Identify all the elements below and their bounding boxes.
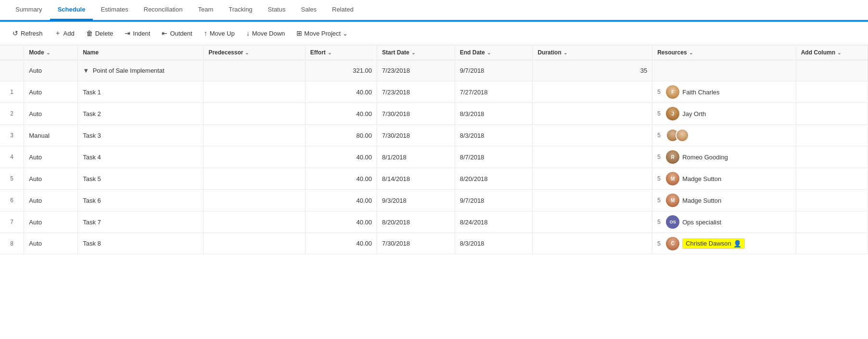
row-7-startdate: 8/20/2018 [377,211,455,233]
avatar-madge: M [666,172,679,185]
row-4-name: Task 4 [78,146,204,168]
row-2-startdate: 7/30/2018 [377,103,455,125]
row-2-predecessor [204,103,305,125]
row-1-resources: 5 F Faith Charles [652,81,796,103]
move-down-button[interactable]: ↓ Move Down [242,27,290,39]
row-8-resources[interactable]: 5 C Christie Dawson 👤 [652,233,796,254]
move-down-icon: ↓ [246,29,250,37]
col-header-enddate[interactable]: End Date ⌄ [455,45,533,60]
tab-estimates[interactable]: Estimates [93,0,136,20]
row-5-addcol [796,168,868,190]
row-8-startdate: 7/30/2018 [377,233,455,254]
parent-mode: Auto [24,60,78,81]
table-row-7[interactable]: 7 Auto Task 7 40.00 8/20/2018 8/24/2018 … [0,211,868,233]
row-8-enddate: 8/3/2018 [455,233,533,254]
table-row-parent[interactable]: Auto ▼ Point of Sale Implementat 321.00 … [0,60,868,81]
row-3-num: 3 [0,125,24,146]
row-6-resources: 5 M Madge Sutton [652,190,796,211]
tab-status[interactable]: Status [260,0,294,20]
tab-tracking[interactable]: Tracking [221,0,260,20]
outdent-button[interactable]: ⇤ Outdent [157,27,197,39]
delete-button[interactable]: 🗑 Delete [81,27,118,39]
row-6-name: Task 6 [78,190,204,211]
col-header-effort[interactable]: Effort ⌄ [305,45,377,60]
table-row-4[interactable]: 4 Auto Task 4 40.00 8/1/2018 8/7/2018 5 … [0,146,868,168]
table-row-1[interactable]: 1 Auto Task 1 40.00 7/23/2018 7/27/2018 … [0,81,868,103]
table-row-5[interactable]: 5 Auto Task 5 40.00 8/14/2018 8/20/2018 … [0,168,868,190]
mode-sort-icon: ⌄ [46,50,50,55]
avatar-jay: J [666,107,679,120]
row-5-predecessor [204,168,305,190]
row-5-effort: 40.00 [305,168,377,190]
resources-sort-icon: ⌄ [689,50,693,55]
row-3-effort: 80.00 [305,125,377,146]
indent-icon: ⇥ [125,29,130,37]
tab-summary[interactable]: Summary [8,0,50,20]
row-8-num: 8 [0,233,24,254]
col-header-name[interactable]: Name [78,45,204,60]
collapse-icon[interactable]: ▼ [83,67,89,74]
row-6-duration [533,190,652,211]
predecessor-sort-icon: ⌄ [245,50,249,55]
duration-sort-icon: ⌄ [563,50,567,55]
parent-duration: 35 [533,60,652,81]
assign-resource-icon[interactable]: 👤 [733,240,741,248]
row-6-startdate: 9/3/2018 [377,190,455,211]
col-header-addcolumn[interactable]: Add Column ⌄ [796,45,868,60]
schedule-table-container: Mode ⌄ Name Predecessor ⌄ [0,45,868,331]
table-header-row: Mode ⌄ Name Predecessor ⌄ [0,45,868,60]
refresh-button[interactable]: ↺ Refresh [8,27,48,39]
tab-schedule[interactable]: Schedule [50,0,93,20]
col-header-startdate[interactable]: Start Date ⌄ [377,45,455,60]
row-3-mode: Manual [24,125,78,146]
row-1-predecessor [204,81,305,103]
row-5-num: 5 [0,168,24,190]
highlighted-resource-cell[interactable]: Christie Dawson 👤 [682,238,745,249]
row-4-predecessor [204,146,305,168]
row-4-num: 4 [0,146,24,168]
parent-effort: 321.00 [305,60,377,81]
row-2-mode: Auto [24,103,78,125]
table-row-3[interactable]: 3 Manual Task 3 80.00 7/30/2018 8/3/2018… [0,125,868,146]
row-5-name: Task 5 [78,168,204,190]
tab-sales[interactable]: Sales [293,0,324,20]
avatar-madge2: M [666,194,679,207]
row-2-num: 2 [0,103,24,125]
row-6-effort: 40.00 [305,190,377,211]
add-button[interactable]: ＋ Add [50,26,79,40]
row-1-addcol [796,81,868,103]
row-1-name: Task 1 [78,81,204,103]
col-header-predecessor[interactable]: Predecessor ⌄ [204,45,305,60]
row-2-enddate: 8/3/2018 [455,103,533,125]
row-4-resources: 5 R Romeo Gooding [652,146,796,168]
row-8-name: Task 8 [78,233,204,254]
row-4-duration [533,146,652,168]
move-project-button[interactable]: ⊞ Move Project ⌄ [292,27,353,39]
move-up-button[interactable]: ↑ Move Up [199,27,240,39]
col-header-resources[interactable]: Resources ⌄ [652,45,796,60]
row-3-predecessor [204,125,305,146]
indent-button[interactable]: ⇥ Indent [120,27,155,39]
table-row-6[interactable]: 6 Auto Task 6 40.00 9/3/2018 9/7/2018 5 … [0,190,868,211]
col-header-duration[interactable]: Duration ⌄ [533,45,652,60]
tab-related[interactable]: Related [324,0,361,20]
row-3-addcol [796,125,868,146]
col-header-mode[interactable]: Mode ⌄ [24,45,78,60]
table-row-8[interactable]: 8 Auto Task 8 40.00 7/30/2018 8/3/2018 5… [0,233,868,254]
refresh-icon: ↺ [13,29,18,37]
parent-addcol [796,60,868,81]
row-5-enddate: 8/20/2018 [455,168,533,190]
row-8-predecessor [204,233,305,254]
row-2-addcol [796,103,868,125]
avatar-christie: C [666,237,679,250]
row-3-enddate: 8/3/2018 [455,125,533,146]
move-project-chevron-icon: ⌄ [343,30,348,37]
row-7-predecessor [204,211,305,233]
row-8-duration [533,233,652,254]
parent-predecessor [204,60,305,81]
row-2-resources: 5 J Jay Orth [652,103,796,125]
enddate-sort-icon: ⌄ [487,50,491,55]
tab-team[interactable]: Team [190,0,221,20]
tab-reconciliation[interactable]: Reconciliation [136,0,191,20]
table-row-2[interactable]: 2 Auto Task 2 40.00 7/30/2018 8/3/2018 5… [0,103,868,125]
